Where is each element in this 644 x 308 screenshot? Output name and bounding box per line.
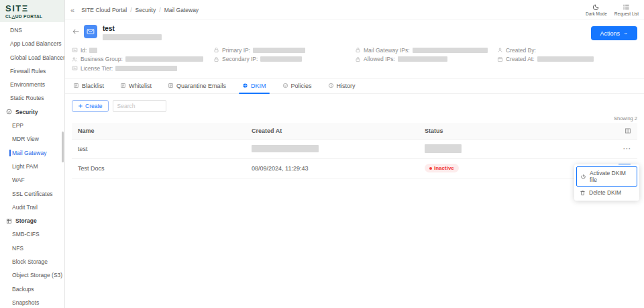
tab-whitelist[interactable]: Whitelist [120,79,152,93]
column-settings-icon[interactable] [625,127,631,134]
actions-button-label: Actions [600,30,620,37]
cell-status [425,144,586,153]
dkim-table: Name Created At Status test ··· Test Doc… [72,123,637,178]
tab-policies[interactable]: Policies [282,79,312,93]
dkim-icon [242,83,248,89]
sidebar-item-static-routes[interactable]: Static Routes [0,91,64,105]
status-label: Inactive [434,165,454,171]
sidebar-section-storage[interactable]: Storage [0,214,64,227]
sidebar-item-backups[interactable]: Backups [0,283,64,296]
breadcrumb-item-mail-gateway[interactable]: Mail Gateway [164,7,199,13]
sidebar-item-audit-trail[interactable]: Audit Trail [0,201,64,214]
meta-field-created-by: Created By: [497,46,637,55]
sidebar-item-mail-gateway[interactable]: Mail Gateway [0,146,64,160]
meta-field-secondary-ip: Secondary IP: [213,55,355,64]
tab-quarantine-emails[interactable]: Quarantine Emails [168,79,226,93]
page-title: test [103,25,162,32]
redacted-value [260,56,302,62]
menu-item-activate-dkim[interactable]: Activate DKIM file [576,166,637,187]
plus-icon [78,103,83,109]
meta-field-mail-gateway-ips: Mail Gateway IPs: [355,46,497,55]
sidebar-item-snapshots[interactable]: Snapshots [0,296,64,308]
sidebar-section-security[interactable]: Security [0,105,64,119]
security-icon [6,109,12,115]
sidebar-item-waf[interactable]: WAF [0,173,64,187]
tab-blacklist[interactable]: Blacklist [73,79,104,93]
logo-wordmark: SITΞ [5,3,64,13]
mail-gateway-icon [84,25,97,38]
sidebar-section-label: Storage [15,217,37,224]
tab-history[interactable]: History [328,79,356,93]
cell-created-at: 08/09/2024, 11:29:43 [252,165,425,172]
redacted-value [252,145,319,152]
meta-column-2: Primary IP: Secondary IP: [213,46,355,64]
sidebar-section-label: Security [15,109,38,115]
sidebar-item-firewall-rules[interactable]: Firewall Rules [0,64,64,78]
redacted-value [253,48,305,53]
sidebar-item-global-load-balancers[interactable]: Global Load Balancers [0,51,64,64]
cell-name: test [72,146,252,152]
dark-mode-label: Dark Mode [586,11,607,16]
topbar-actions: Dark Mode Request List [578,3,639,16]
back-button[interactable] [72,28,80,36]
meta-column-4: Created By: Created At: [497,46,637,64]
breadcrumb-item-portal[interactable]: SITE Cloud Portal [81,7,127,13]
entity-header: test Actions [65,20,644,40]
quarantine-emails-icon [168,83,174,89]
sidebar-item-epp[interactable]: EPP [0,119,64,132]
logo[interactable]: SITΞ CL△UD PORTAL [0,0,64,22]
tab-dkim[interactable]: DKIM [242,79,266,93]
topbar: « SITE Cloud Portal / Security / Mail Ga… [65,0,644,20]
main-area: « SITE Cloud Portal / Security / Mail Ga… [65,0,644,308]
menu-item-label: Activate DKIM file [590,170,633,183]
sidebar-item-ssl-certificates[interactable]: SSL Certificates [0,187,64,201]
cell-status: Inactive [425,164,586,172]
request-list-icon [623,3,630,11]
dark-mode-button[interactable]: Dark Mode [586,3,607,16]
table-header: Name Created At Status [72,123,637,140]
sidebar-item-object-storage-s3[interactable]: Object Storage (S3) [0,268,64,282]
redacted-value [425,144,462,153]
row-actions-button[interactable]: ··· [623,146,631,152]
history-icon [328,83,334,89]
user-icon [497,47,503,53]
table-row: test ··· [72,140,637,159]
trash-icon [580,190,586,196]
request-list-label: Request List [614,11,639,16]
create-button[interactable]: Create [72,100,109,112]
sidebar-item-environments[interactable]: Environments [0,78,64,91]
sidebar-item-smb-cifs[interactable]: SMB-CIFS [0,227,64,241]
sidebar-item-block-storage[interactable]: Block Storage [0,255,64,268]
power-icon [580,174,586,180]
sidebar-collapse-button[interactable]: « [70,6,74,14]
tab-label: Whitelist [129,83,152,89]
sidebar-item-nfs[interactable]: NFS [0,242,64,255]
meta-label: License Tier: [80,65,113,72]
row-actions-menu: Activate DKIM file Delete DKIM [574,164,639,201]
search-input[interactable] [113,100,166,112]
meta-field-business-group: Business Group: [72,55,213,64]
redacted-value [398,56,447,62]
license-icon [72,65,78,71]
redacted-value [537,56,594,62]
sidebar-item-mdr-view[interactable]: MDR View [0,132,64,146]
tab-label: Quarantine Emails [176,83,226,89]
lock-icon [213,56,219,62]
redacted-value [115,66,177,71]
request-list-button[interactable]: Request List [614,3,639,16]
storage-icon [6,218,12,224]
team-icon [72,56,78,62]
meta-label: Created By: [506,47,536,54]
entity-meta: Id: Business Group: License Tier: Pr [72,46,637,73]
sidebar-scrollbar[interactable] [62,132,64,162]
sidebar-item-dns[interactable]: DNS [0,23,64,37]
meta-field-created-at: Created At: [497,55,637,64]
menu-item-delete-dkim[interactable]: Delete DKIM [576,187,637,199]
tab-bar: Blacklist Whitelist Quarantine Emails DK… [65,78,644,94]
sidebar-item-light-pam[interactable]: Light PAM [0,160,64,173]
sidebar-item-app-load-balancers[interactable]: App Load Balancers [0,37,64,50]
actions-button[interactable]: Actions [591,26,637,40]
lock-icon [355,47,361,53]
status-dot-icon [429,167,432,170]
breadcrumb-item-security[interactable]: Security [136,7,156,13]
